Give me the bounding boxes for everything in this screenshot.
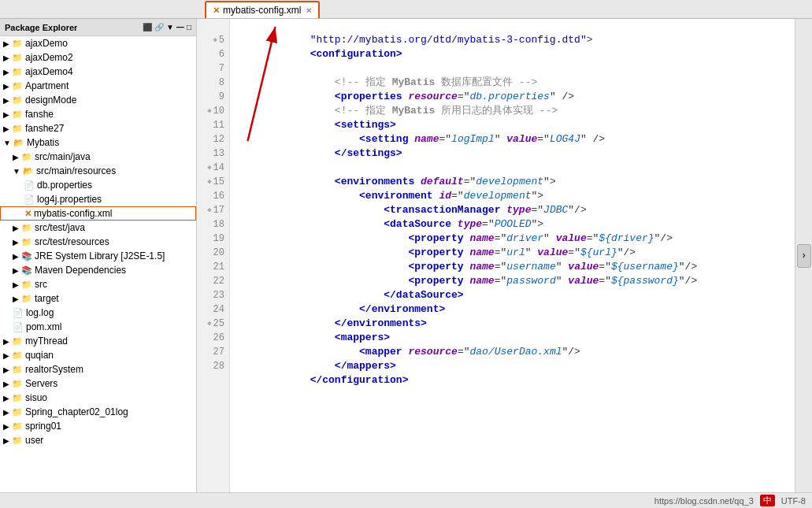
tree-item-fanshe[interactable]: ▶ 📁 fanshe (0, 107, 196, 121)
project-icon: ▶ (3, 124, 9, 133)
tree-item-log-log[interactable]: 📄 log.log (0, 306, 196, 320)
project-icon: ▶ (3, 54, 9, 62)
tree-item-myThread[interactable]: ▶ 📁 myThread (0, 334, 196, 348)
collapse-icon[interactable]: ⬛ (143, 23, 152, 32)
tree-item-user[interactable]: ▶ 📁 user (0, 433, 196, 447)
tree-item-spring01[interactable]: ▶ 📁 spring01 (0, 419, 196, 433)
tree-label: ajaxDemo (25, 38, 68, 49)
code-line: <environments default="development"> (236, 161, 788, 175)
tree-label: target (35, 293, 59, 304)
project-icon: ▶ (3, 39, 9, 48)
editor-panel: ◆5 6 7 8 9 ◆10 11 12 13 ◆14 ◆15 16 ◆17 1… (197, 19, 795, 492)
menu-icon[interactable]: ▼ (166, 23, 174, 32)
expand-icon: ▶ (13, 295, 19, 303)
tree-item-Servers[interactable]: ▶ 📁 Servers (0, 376, 196, 391)
tree-label: src (35, 279, 47, 290)
line-number: 19 (200, 232, 224, 246)
line-number: ◆10 (200, 104, 224, 118)
tree-label: quqian (25, 350, 54, 361)
code-content[interactable]: "http://mybatis.org/dtd/mybatis-3-config… (230, 19, 795, 492)
line-number: 13 (200, 146, 224, 161)
tree-label: spring01 (25, 421, 61, 432)
utf-display: UTF-8 (781, 496, 806, 506)
minimize-icon[interactable]: — (176, 23, 184, 32)
expand-icon: ▶ (13, 252, 19, 261)
tree-item-realtorSystem[interactable]: ▶ 📁 realtorSystem (0, 362, 196, 376)
tree-item-ajaxDemo4[interactable]: ▶ 📁 ajaxDemo4 (0, 65, 196, 79)
encoding-display: 中 (760, 495, 775, 506)
tree-item-Mybatis[interactable]: ▼ 📂 Mybatis (0, 135, 196, 150)
tree-item-designMode[interactable]: ▶ 📁 designMode (0, 93, 196, 107)
tree-item-src-main-resources[interactable]: ▼ 📂 src/main/resources (0, 164, 196, 178)
project-icon: ▶ (3, 380, 9, 388)
tree-label: Servers (25, 378, 57, 389)
tree-item-src-main-java[interactable]: ▶ 📁 src/main/java (0, 150, 196, 164)
line-number (200, 19, 224, 33)
expand-icon: ▶ (13, 224, 19, 232)
sidebar-tree: ▶ 📁 ajaxDemo ▶ 📁 ajaxDemo2 ▶ 📁 ajaxDemo4… (0, 36, 196, 492)
line-number: 21 (200, 260, 224, 274)
tree-label: src/main/resources (36, 165, 116, 176)
tree-item-ajaxDemo2[interactable]: ▶ 📁 ajaxDemo2 (0, 50, 196, 65)
sidebar-title: Package Explorer (5, 23, 77, 32)
tree-item-db-properties[interactable]: 📄 db.properties (0, 178, 196, 192)
tree-label: designMode (25, 95, 76, 106)
expand-icon: ▶ (13, 280, 19, 289)
tree-item-sisuo[interactable]: ▶ 📁 sisuo (0, 391, 196, 405)
tree-label: realtorSystem (25, 364, 83, 375)
expand-icon: ▶ (13, 266, 19, 275)
expand-icon: ▶ (13, 238, 19, 247)
line-number: ◆17 (200, 203, 224, 217)
tree-label: db.properties (37, 180, 92, 191)
project-icon: ▶ (3, 82, 9, 91)
line-number: 23 (200, 288, 224, 302)
line-number: 24 (200, 302, 224, 317)
tree-item-fanshe27[interactable]: ▶ 📁 fanshe27 (0, 121, 196, 135)
tree-item-Apartment[interactable]: ▶ 📁 Apartment (0, 79, 196, 93)
tree-item-maven-deps[interactable]: ▶ 📚 Maven Dependencies (0, 263, 196, 277)
project-icon: ▶ (3, 422, 9, 431)
link-icon[interactable]: 🔗 (154, 23, 164, 32)
main-window: ✕ mybatis-config.xml ✕ Package Explorer … (0, 0, 812, 508)
line-number: 8 (200, 76, 224, 90)
tab-close-icon[interactable]: ✕ (306, 6, 312, 15)
line-number: 20 (200, 246, 224, 260)
project-icon: ▶ (3, 351, 9, 360)
sidebar: Package Explorer ⬛ 🔗 ▼ — □ ▶ 📁 ajaxDemo (0, 19, 197, 492)
tab-mybatis-config[interactable]: ✕ mybatis-config.xml ✕ (205, 1, 320, 18)
tree-item-src[interactable]: ▶ 📁 src (0, 277, 196, 291)
url-display: https://blog.csdn.net/qq_3 (654, 496, 754, 506)
line-number: 22 (200, 274, 224, 288)
line-number: 11 (200, 118, 224, 132)
expand-right-button[interactable]: › (797, 244, 811, 268)
tab-xml-icon: ✕ (213, 6, 220, 16)
tree-item-jre-library[interactable]: ▶ 📚 JRE System Library [J2SE-1.5] (0, 249, 196, 263)
tree-item-ajaxDemo[interactable]: ▶ 📁 ajaxDemo (0, 36, 196, 50)
tree-label: pom.xml (26, 321, 61, 332)
tree-item-mybatis-config-xml[interactable]: ✕ mybatis-config.xml (0, 206, 196, 221)
tree-item-log4j-properties[interactable]: 📄 log4j.properties (0, 192, 196, 206)
tree-item-src-test-java[interactable]: ▶ 📁 src/test/java (0, 221, 196, 235)
tree-label: user (25, 435, 43, 446)
bottom-bar: https://blog.csdn.net/qq_3 中 UTF-8 (0, 492, 812, 508)
tree-item-quqian[interactable]: ▶ 📁 quqian (0, 348, 196, 362)
tree-label: fanshe27 (25, 123, 64, 134)
line-number: 28 (200, 359, 224, 373)
line-number: ◆25 (200, 317, 224, 331)
tree-label: log4j.properties (37, 194, 102, 205)
tree-item-pom-xml[interactable]: 📄 pom.xml (0, 320, 196, 334)
tree-label: src/test/java (35, 222, 85, 233)
line-number: ◆14 (200, 161, 224, 175)
code-line: <!-- 指定 MyBatis 数据库配置文件 --> (236, 61, 788, 76)
tree-item-src-test-resources[interactable]: ▶ 📁 src/test/resources (0, 235, 196, 249)
sidebar-header: Package Explorer ⬛ 🔗 ▼ — □ (0, 19, 196, 36)
line-number: ◆5 (200, 33, 224, 47)
tree-label: Spring_chapter02_01log (25, 406, 128, 417)
maximize-icon[interactable]: □ (187, 23, 191, 32)
tree-item-target[interactable]: ▶ 📁 target (0, 291, 196, 306)
tree-item-Spring_chapter[interactable]: ▶ 📁 Spring_chapter02_01log (0, 405, 196, 419)
expand-icon: ▼ (3, 139, 11, 147)
line-numbers: ◆5 6 7 8 9 ◆10 11 12 13 ◆14 ◆15 16 ◆17 1… (197, 19, 230, 492)
code-area: ◆5 6 7 8 9 ◆10 11 12 13 ◆14 ◆15 16 ◆17 1… (197, 19, 795, 492)
main-content: Package Explorer ⬛ 🔗 ▼ — □ ▶ 📁 ajaxDemo (0, 19, 812, 492)
